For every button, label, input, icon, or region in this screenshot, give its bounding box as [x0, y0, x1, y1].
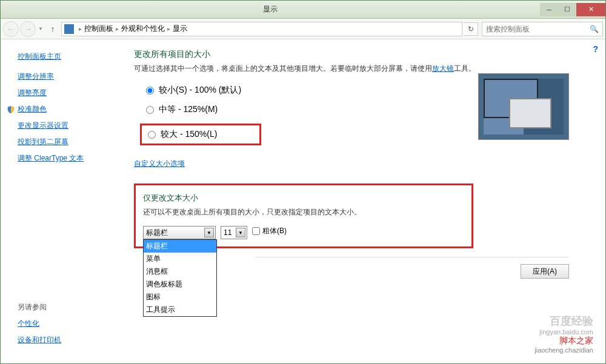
refresh-button[interactable]: ↻ [464, 22, 478, 36]
close-button[interactable]: ✕ [576, 3, 605, 16]
bold-checkbox[interactable] [252, 227, 260, 235]
dropdown-item-messagebox[interactable]: 消息框 [144, 265, 216, 278]
chevron-right-icon: ▸ [167, 25, 170, 32]
chevron-right-icon: ▸ [79, 25, 82, 32]
radio-large-input[interactable] [148, 131, 156, 139]
sidebar-footer-personalize[interactable]: 个性化 [18, 319, 61, 329]
sidebar: 控制面板主页 调整分辨率 调整亮度 校准颜色 更改显示器设置 投影到第二屏幕 调… [1, 39, 122, 363]
address-bar: ← → ▼ ↑ ▸ 控制面板 ▸ 外观和个性化 ▸ 显示 ↻ 🔍 [1, 19, 605, 39]
display-preview-image [478, 73, 569, 140]
chevron-down-icon: ▼ [236, 228, 245, 237]
back-button[interactable]: ← [3, 21, 19, 37]
size-section-title: 更改所有项目的大小 [134, 49, 581, 60]
window-controls: ─ ☐ ✕ [540, 3, 605, 16]
see-also-label: 另请参阅 [18, 302, 61, 313]
bold-checkbox-label[interactable]: 粗体(B) [252, 226, 287, 236]
text-section-desc: 还可以不更改桌面上所有项目的大小，只更改指定项目的文本大小。 [143, 207, 464, 217]
history-dropdown-icon[interactable]: ▼ [38, 26, 43, 31]
text-controls-row: 标题栏 ▼ 标题栏 菜单 消息框 调色板标题 图标 工具提示 11 ▼ [143, 226, 464, 239]
control-panel-icon [64, 24, 74, 34]
sidebar-item-brightness[interactable]: 调整亮度 [18, 88, 122, 98]
element-dropdown: 标题栏 菜单 消息框 调色板标题 图标 工具提示 [143, 239, 217, 317]
sidebar-item-resolution[interactable]: 调整分辨率 [18, 71, 122, 82]
search-icon[interactable]: 🔍 [590, 25, 599, 33]
shield-icon [7, 105, 15, 114]
breadcrumb-mid[interactable]: 外观和个性化 [121, 24, 165, 34]
dropdown-item-palette[interactable]: 调色板标题 [144, 278, 216, 291]
chevron-right-icon: ▸ [116, 25, 119, 32]
sidebar-item-cleartype[interactable]: 调整 ClearType 文本 [18, 153, 122, 164]
dropdown-item-menu[interactable]: 菜单 [144, 253, 216, 265]
text-section-title: 仅更改文本大小 [143, 193, 464, 204]
window-title: 显示 [1, 4, 540, 15]
radio-large[interactable]: 较大 - 150%(L) [140, 124, 261, 145]
dropdown-item-titlebar[interactable]: 标题栏 [144, 240, 216, 253]
chevron-down-icon: ▼ [204, 228, 214, 237]
apply-button[interactable]: 应用(A) [521, 264, 569, 279]
font-size-select[interactable]: 11 ▼ [221, 226, 247, 239]
up-button[interactable]: ↑ [45, 22, 60, 36]
size-section-desc: 可通过选择其中一个选项，将桌面上的文本及其他项目增大。若要临时放大部分屏幕，请使… [134, 64, 581, 74]
maximize-button[interactable]: ☐ [558, 3, 576, 16]
content-area: ? 控制面板主页 调整分辨率 调整亮度 校准颜色 更改显示器设置 投影到第二屏幕… [1, 39, 605, 363]
search-box[interactable]: 🔍 [482, 22, 603, 36]
sidebar-item-display-settings[interactable]: 更改显示器设置 [18, 121, 122, 131]
text-size-section: 仅更改文本大小 还可以不更改桌面上所有项目的大小，只更改指定项目的文本大小。 标… [134, 184, 473, 248]
sidebar-footer-devices[interactable]: 设备和打印机 [18, 335, 61, 345]
breadcrumb-leaf[interactable]: 显示 [173, 24, 187, 34]
search-input[interactable] [486, 25, 590, 33]
forward-button[interactable]: → [20, 21, 36, 37]
breadcrumb[interactable]: ▸ 控制面板 ▸ 外观和个性化 ▸ 显示 [61, 22, 462, 36]
minimize-button[interactable]: ─ [540, 3, 558, 16]
sidebar-home-link[interactable]: 控制面板主页 [18, 51, 122, 62]
titlebar: 显示 ─ ☐ ✕ [1, 1, 605, 19]
watermark: 百度经验 jingyan.baidu.com 脚本之家 jiaocheng.ch… [534, 314, 593, 354]
dropdown-item-tooltip[interactable]: 工具提示 [144, 303, 216, 316]
divider [255, 257, 569, 257]
magnifier-link[interactable]: 放大镜 [432, 64, 454, 73]
radio-small-input[interactable] [146, 87, 154, 94]
sidebar-footer: 另请参阅 个性化 设备和打印机 [18, 302, 61, 351]
dropdown-item-icon[interactable]: 图标 [144, 291, 216, 303]
sidebar-item-project[interactable]: 投影到第二屏幕 [18, 137, 122, 147]
sidebar-item-calibrate[interactable]: 校准颜色 [18, 104, 122, 114]
radio-medium-input[interactable] [146, 106, 154, 114]
custom-size-link[interactable]: 自定义大小选项 [134, 159, 185, 169]
element-select[interactable]: 标题栏 ▼ 标题栏 菜单 消息框 调色板标题 图标 工具提示 [143, 226, 216, 239]
main-panel: 更改所有项目的大小 可通过选择其中一个选项，将桌面上的文本及其他项目增大。若要临… [122, 39, 605, 363]
breadcrumb-root[interactable]: 控制面板 [84, 24, 113, 34]
